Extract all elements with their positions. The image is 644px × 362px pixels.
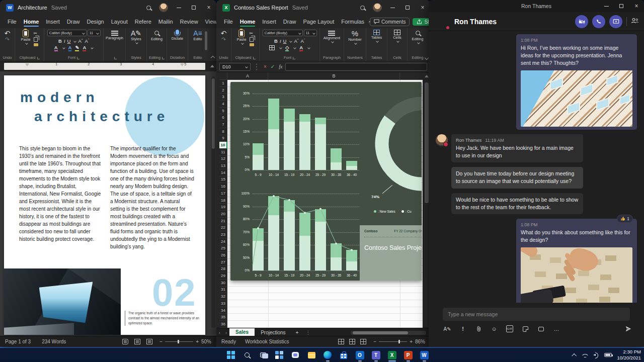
paste-button[interactable]: Paste — [236, 30, 246, 44]
grow-font-button[interactable]: A^ — [294, 38, 298, 44]
redo-icon[interactable]: ↷ — [221, 37, 226, 42]
row-header-14[interactable]: 14 — [219, 169, 227, 176]
font-color-button[interactable]: A — [83, 45, 86, 50]
word-page-indicator[interactable]: Page 1 of 3 — [5, 339, 31, 344]
fill-color-button[interactable]: ◇ — [285, 45, 289, 50]
excel-tab-page-layout[interactable]: Page Layout — [299, 17, 338, 27]
redo-icon[interactable]: ↷ — [5, 37, 10, 42]
row-header-18[interactable]: 18 — [219, 197, 227, 204]
font-size-select[interactable]: 11 — [88, 30, 101, 36]
italic-button[interactable]: I — [64, 38, 65, 44]
excel-tab-draw[interactable]: Draw — [280, 17, 300, 27]
chat-image-model[interactable] — [521, 247, 632, 303]
row-header-3[interactable]: 3 — [219, 94, 227, 101]
row-header-22[interactable]: 22 — [219, 224, 227, 231]
taskbar-powerpoint[interactable]: P — [403, 348, 414, 361]
screen-share-button[interactable] — [609, 15, 622, 28]
paste-button[interactable]: Paste — [21, 30, 30, 44]
paragraph-button[interactable]: Paragraph — [106, 30, 123, 41]
grow-font-button[interactable]: A^ — [78, 38, 83, 44]
row-header-35[interactable]: 35 — [219, 314, 227, 321]
tables-button[interactable]: Tables — [371, 30, 382, 42]
excel-tab-file[interactable]: File — [220, 17, 236, 27]
battery-icon[interactable] — [604, 353, 612, 357]
word-page[interactable]: modern architecture This style began to … — [4, 75, 205, 335]
format-icon[interactable]: A✎ — [444, 325, 451, 332]
cancel-entry-button[interactable]: × — [263, 64, 268, 69]
row-header-9[interactable]: 9 — [219, 135, 227, 142]
excel-tab-home[interactable]: Home — [236, 17, 259, 27]
row-header-8[interactable]: 8 — [219, 128, 227, 135]
row-header-23[interactable]: 23 — [219, 231, 227, 238]
zoom-out-button[interactable]: − — [159, 339, 163, 344]
collapse-ribbon-button[interactable] — [211, 56, 215, 60]
zoom-in-button[interactable]: + — [410, 339, 413, 344]
row-header-32[interactable]: 32 — [219, 293, 227, 300]
confirm-entry-button[interactable]: ✓ — [270, 64, 276, 69]
word-word-count[interactable]: 234 Words — [42, 339, 66, 344]
zoom-in-button[interactable]: + — [196, 339, 199, 344]
row-header-30[interactable]: 30 — [219, 280, 227, 287]
message-composer[interactable] — [443, 308, 630, 321]
excel-maximize-button[interactable] — [400, 0, 415, 15]
zoom-slider[interactable] — [379, 341, 407, 342]
row-header-16[interactable]: 16 — [219, 183, 227, 190]
underline-button[interactable]: U — [283, 38, 287, 44]
row-header-31[interactable]: 31 — [219, 287, 227, 294]
row-header-4[interactable]: 4 — [219, 101, 227, 108]
excel-tab-insert[interactable]: Insert — [259, 17, 280, 27]
zoom-slider[interactable] — [165, 341, 193, 342]
row-header-29[interactable]: 29 — [219, 273, 227, 280]
formula-input[interactable] — [285, 63, 427, 71]
word-tab-view[interactable]: View — [202, 17, 216, 27]
tray-overflow-chevron-icon[interactable] — [572, 353, 577, 358]
dialog-launcher-icon[interactable] — [114, 57, 117, 59]
excel-minimize-button[interactable] — [385, 0, 400, 15]
indent-marker-left[interactable] — [25, 63, 29, 66]
excel-search-button[interactable] — [355, 0, 370, 15]
scrollbar-thumb[interactable] — [425, 82, 429, 203]
dialog-launcher-icon[interactable] — [253, 57, 256, 59]
taskbar-search[interactable] — [242, 348, 253, 361]
word-tab-draw[interactable]: Draw — [63, 17, 84, 27]
word-tab-design[interactable]: Design — [83, 17, 107, 27]
row-header-7[interactable]: 7 — [219, 121, 227, 128]
word-account-avatar[interactable] — [156, 0, 171, 15]
add-sheet-button[interactable]: + — [292, 330, 303, 335]
shrink-font-button[interactable]: Aˇ — [85, 38, 89, 44]
taskbar-teams[interactable]: T — [370, 348, 381, 361]
sheet-options-icon[interactable]: ⋮ — [302, 330, 314, 335]
column-header-a[interactable]: A — [227, 72, 268, 80]
volume-icon[interactable] — [593, 352, 599, 357]
row-header-13[interactable]: 13 — [219, 162, 227, 169]
word-minimize-button[interactable] — [171, 0, 186, 15]
normal-view-icon[interactable] — [338, 339, 344, 344]
cells-button[interactable]: Cells — [393, 30, 401, 42]
select-all-corner[interactable] — [219, 72, 227, 80]
chat-image-building[interactable] — [521, 70, 632, 127]
scrollbar-thumb[interactable] — [353, 331, 408, 334]
name-box[interactable]: D10 — [219, 63, 251, 71]
text-effects-button[interactable]: A — [54, 45, 58, 50]
bold-button[interactable]: B — [274, 38, 278, 44]
taskbar-edge[interactable] — [322, 348, 333, 361]
font-name-select[interactable]: Calibri (Body) — [263, 30, 303, 36]
copy-icon[interactable] — [34, 37, 38, 42]
row-header-10[interactable]: 10 — [219, 142, 227, 149]
styles-button[interactable]: A✎ Styles — [131, 30, 141, 44]
read-mode-icon[interactable] — [122, 339, 128, 344]
taskbar-word[interactable]: W — [419, 348, 430, 361]
highlight-button[interactable]: ✎ — [75, 45, 79, 50]
taskbar-outlook[interactable]: O — [354, 348, 365, 361]
zoom-slider-thumb[interactable] — [398, 340, 400, 343]
architecture-photo[interactable] — [4, 268, 121, 335]
copy-icon[interactable] — [250, 37, 254, 42]
page-layout-view-icon[interactable] — [349, 339, 355, 344]
attach-icon[interactable] — [475, 325, 482, 332]
row-header-15[interactable]: 15 — [219, 176, 227, 184]
excel-scrollbar-horizontal[interactable] — [351, 331, 426, 335]
word-tab-refere[interactable]: Refere — [131, 17, 155, 27]
word-tab-mailin[interactable]: Mailin — [155, 17, 177, 27]
add-people-button[interactable] — [631, 17, 639, 26]
importance-icon[interactable]: ! — [459, 325, 466, 332]
